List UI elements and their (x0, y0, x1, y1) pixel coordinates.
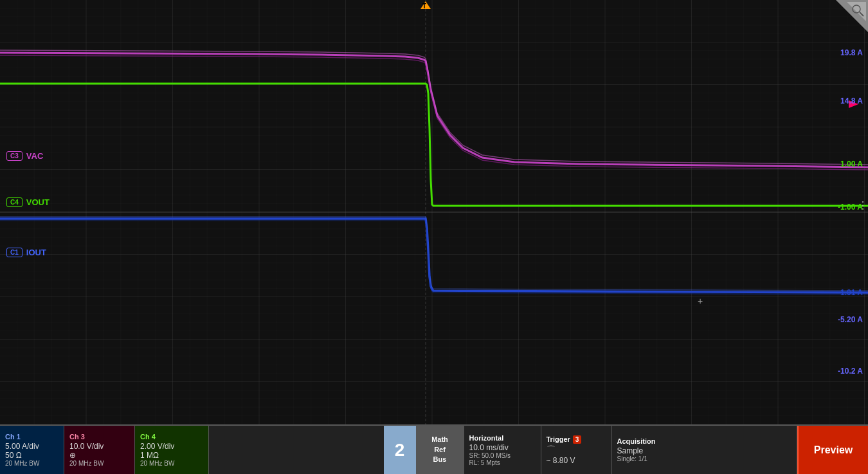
ch4-line1: 2.00 V/div (140, 442, 203, 451)
c1-badge: C1 (6, 248, 23, 257)
math-ref-bus-button[interactable]: Math Ref Bus (416, 426, 464, 474)
ch3-title: Ch 3 (69, 433, 129, 441)
horizontal-line3: RL: 5 Mpts (469, 459, 536, 466)
ch3-line2: ⊕ (69, 451, 129, 460)
ch1-line1: 5.00 A/div (5, 442, 59, 451)
ch3-line3: 20 MHz BW (69, 460, 129, 467)
c1-name: IOUT (26, 248, 46, 257)
horizontal-info: Horizontal 10.0 ms/div SR: 50.0 MS/s RL:… (464, 426, 541, 474)
voltage-label-bottom: -10.2 A (838, 367, 863, 376)
trigger-num-badge: 3 (573, 435, 582, 444)
ch3-info: Ch 3 10.0 V/div ⊕ 20 MHz BW (64, 426, 135, 474)
c3-name: VAC (26, 151, 43, 161)
horizontal-line1: 10.0 ms/div (469, 443, 536, 452)
ch4-line3: 20 MHz BW (140, 460, 203, 467)
svg-text:T: T (422, 3, 426, 10)
scope-screen: T ⋮ 19.8 A 14.8 A 1.00 A -1.00 A -1.01 A… (0, 0, 868, 424)
acquisition-line2: Single: 1/1 (617, 455, 792, 462)
ch1-info: Ch 1 5.00 A/div 50 Ω 20 MHz BW (0, 426, 64, 474)
preview-label: Preview (814, 444, 853, 456)
voltage-label-lower: -5.20 A (838, 315, 863, 324)
horizontal-title: Horizontal (469, 434, 536, 442)
waveform-display: T ⋮ (0, 0, 868, 424)
voltage-label-blue-right: -1.01 A (838, 288, 863, 297)
preview-button[interactable]: Preview (797, 426, 868, 474)
svg-point-12 (853, 5, 860, 13)
spacer (209, 426, 384, 474)
trigger-voltage: ~ 8.80 V (547, 456, 606, 465)
ch1-title: Ch 1 (5, 433, 59, 441)
horizontal-line2: SR: 50.0 MS/s (469, 452, 536, 459)
magnifier-icon (851, 3, 865, 17)
ch4-line2: 1 MΩ (140, 451, 203, 460)
c3-badge: C3 (6, 151, 23, 161)
acquisition-info: Acquisition Sample Single: 1/1 (612, 426, 798, 474)
ch3-line1: 10.0 V/div (69, 442, 129, 451)
num2-button[interactable]: 2 (384, 426, 416, 474)
num2-label: 2 (395, 440, 405, 460)
acquisition-line1: Sample (617, 446, 792, 455)
voltage-label-right: 1.00 A (840, 160, 863, 169)
voltage-label-mid-right: -1.00 A (838, 203, 863, 212)
voltage-label-top: 19.8 A (840, 48, 863, 57)
ch4-title: Ch 4 (140, 433, 203, 441)
channel-c3-label: C3 VAC (6, 151, 43, 161)
ch1-line2: 50 Ω (5, 451, 59, 460)
math-ref-bus-label: Math Ref Bus (431, 435, 448, 464)
c4-name: VOUT (26, 197, 50, 207)
channel-c1-label: C1 IOUT (6, 248, 46, 257)
voltage-label-upper-mid: 14.8 A (840, 96, 863, 105)
trigger-header: Trigger 3 (547, 435, 606, 444)
acquisition-title: Acquisition (617, 437, 792, 445)
ch4-info: Ch 4 2.00 V/div 1 MΩ 20 MHz BW (135, 426, 209, 474)
svg-line-13 (860, 12, 863, 16)
trigger-symbol: ⌒ (547, 444, 606, 456)
channel-c4-label: C4 VOUT (6, 197, 50, 207)
trigger-info: Trigger 3 ⌒ ~ 8.80 V (541, 426, 612, 474)
ch1-line3: 20 MHz BW (5, 460, 59, 467)
bottom-panel: Ch 1 5.00 A/div 50 Ω 20 MHz BW Ch 3 10.0… (0, 424, 868, 474)
trigger-title: Trigger (547, 435, 570, 443)
c4-badge: C4 (6, 197, 23, 207)
cursor-pointer: + (698, 296, 703, 306)
